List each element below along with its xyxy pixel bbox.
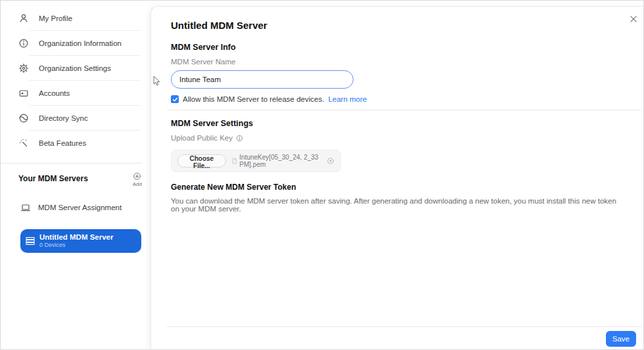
sidebar-item-label: Accounts bbox=[39, 89, 70, 97]
choose-file-button[interactable]: Choose File... bbox=[177, 154, 226, 167]
directory-sync-icon bbox=[18, 113, 29, 123]
server-name-input[interactable] bbox=[171, 70, 354, 89]
release-devices-label: Allow this MDM Server to release devices… bbox=[183, 95, 324, 103]
server-settings-heading: MDM Server Settings bbox=[171, 119, 625, 128]
sidebar-item-accounts[interactable]: Accounts bbox=[1, 81, 150, 105]
sidebar: My Profile Organization Information Orga… bbox=[1, 1, 150, 349]
token-section-description: You can download the MDM server token af… bbox=[171, 197, 625, 213]
sidebar-item-label: Organization Settings bbox=[39, 64, 111, 72]
uploaded-file-name: IntuneKey[05_30_24, 2_33 PM].pem bbox=[239, 154, 321, 168]
sidebar-item-my-profile[interactable]: My Profile bbox=[1, 6, 150, 30]
device-count: 0 Devices bbox=[39, 242, 113, 248]
document-icon bbox=[232, 157, 237, 165]
sidebar-item-label: Untitled MDM Server bbox=[39, 233, 113, 242]
sidebar-item-beta-features[interactable]: Beta Features bbox=[1, 131, 150, 155]
panel-footer: Save bbox=[151, 326, 644, 350]
sidebar-item-organization-settings[interactable]: Organization Settings bbox=[1, 56, 150, 80]
server-info-section: Untitled MDM Server MDM Server Info MDM … bbox=[151, 7, 644, 103]
server-settings-section: MDM Server Settings Upload Public Key Ch… bbox=[151, 110, 644, 213]
sidebar-item-organization-information[interactable]: Organization Information bbox=[1, 31, 150, 55]
mdm-server-panel: Untitled MDM Server MDM Server Info MDM … bbox=[150, 6, 644, 350]
add-circle-icon bbox=[133, 172, 141, 181]
public-key-upload-box: Choose File... IntuneKey[05_30_24, 2_33 … bbox=[171, 150, 341, 172]
mdm-servers-title: Your MDM Servers bbox=[18, 172, 88, 183]
sidebar-item-label: Organization Information bbox=[39, 39, 122, 47]
token-section-heading: Generate New MDM Server Token bbox=[171, 183, 625, 192]
save-button[interactable]: Save bbox=[606, 331, 636, 347]
sidebar-nav: My Profile Organization Information Orga… bbox=[1, 1, 150, 155]
mdm-servers-header: Your MDM Servers Add bbox=[1, 164, 150, 187]
add-mdm-server-button[interactable]: Add bbox=[133, 172, 142, 187]
close-icon bbox=[630, 16, 637, 22]
remove-file-button[interactable] bbox=[327, 157, 334, 165]
release-devices-checkbox[interactable] bbox=[171, 95, 179, 103]
upload-public-key-label: Upload Public Key bbox=[171, 134, 233, 142]
learn-more-link[interactable]: Learn more bbox=[328, 95, 367, 103]
checkmark-icon bbox=[172, 97, 178, 102]
laptop-icon bbox=[20, 202, 31, 213]
add-label: Add bbox=[133, 181, 142, 187]
server-name-label: MDM Server Name bbox=[171, 58, 625, 66]
server-icon bbox=[25, 236, 35, 246]
info-circle-icon[interactable] bbox=[236, 135, 243, 142]
accounts-icon bbox=[18, 88, 29, 98]
uploaded-file-chip: IntuneKey[05_30_24, 2_33 PM].pem bbox=[232, 154, 321, 168]
release-devices-row: Allow this MDM Server to release devices… bbox=[171, 95, 625, 103]
sidebar-item-mdm-server-assignment[interactable]: MDM Server Assignment bbox=[1, 195, 150, 220]
sidebar-item-untitled-mdm-server[interactable]: Untitled MDM Server 0 Devices bbox=[20, 229, 141, 253]
page-title: Untitled MDM Server bbox=[171, 20, 625, 31]
magic-wand-icon bbox=[18, 138, 29, 148]
sidebar-item-label: MDM Server Assignment bbox=[38, 204, 122, 211]
sidebar-item-directory-sync[interactable]: Directory Sync bbox=[1, 106, 150, 130]
person-icon bbox=[18, 13, 29, 24]
sidebar-item-label: Directory Sync bbox=[39, 114, 88, 122]
gear-icon bbox=[18, 63, 29, 74]
upload-public-key-row: Upload Public Key bbox=[171, 134, 625, 142]
close-button[interactable] bbox=[629, 14, 638, 24]
sidebar-item-label: Beta Features bbox=[39, 139, 86, 147]
info-icon bbox=[18, 38, 29, 49]
remove-circle-icon bbox=[327, 157, 334, 165]
sidebar-item-label: My Profile bbox=[39, 14, 72, 22]
server-info-heading: MDM Server Info bbox=[171, 43, 625, 52]
